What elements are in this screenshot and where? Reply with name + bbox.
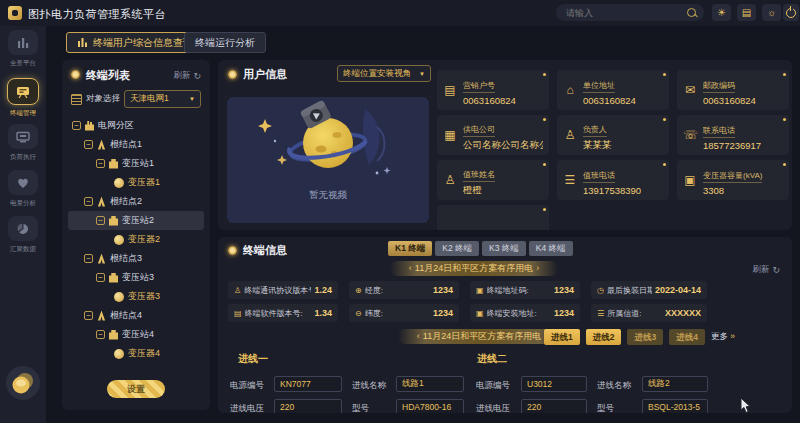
- card-label: 变压器容量(kVA): [703, 170, 762, 183]
- form-label: 电源编号: [230, 380, 264, 392]
- view-select-dropdown[interactable]: 终端位置安装视角 ▼: [337, 65, 431, 82]
- grid-select-dropdown[interactable]: 天津电网1 ▼: [124, 90, 201, 108]
- global-search[interactable]: [556, 4, 704, 21]
- sidebar-item-data[interactable]: 汇聚数据: [0, 216, 46, 254]
- tab-label: 终端运行分析: [195, 36, 255, 50]
- terminal-list-title: 终端列表: [86, 68, 130, 83]
- tree-item-selected[interactable]: −变压站2: [68, 211, 204, 230]
- line3-button[interactable]: 进线3: [627, 329, 663, 345]
- tree-item[interactable]: −变压站4: [68, 325, 204, 344]
- settings-button[interactable]: 设置: [107, 380, 165, 398]
- search-icon[interactable]: [687, 8, 696, 17]
- panel-dot-icon: [71, 70, 80, 79]
- sidebar-item-energy-analysis[interactable]: 电量分析: [0, 170, 46, 208]
- line4-button[interactable]: 进线4: [669, 329, 705, 345]
- card-value: 0063160824: [463, 95, 516, 106]
- install-address-icon: ▣: [476, 309, 484, 318]
- model-input[interactable]: [642, 399, 708, 413]
- sidebar-item-label: 终端管理: [2, 108, 44, 117]
- theme-light-button[interactable]: ☼: [762, 4, 781, 21]
- collapse-icon[interactable]: −: [72, 121, 81, 130]
- field-cell: ▣终端地址码:1234: [470, 281, 580, 299]
- tree-item[interactable]: −根结点3: [68, 249, 204, 268]
- tree-item[interactable]: 变压器4: [68, 344, 204, 363]
- tree-item[interactable]: 变压器1: [68, 173, 204, 192]
- protocol-icon: ♙: [234, 286, 241, 295]
- tree-item[interactable]: −变压站3: [68, 268, 204, 287]
- chevron-down-icon: ▼: [189, 96, 195, 102]
- tree-item[interactable]: 变压器2: [68, 230, 204, 249]
- sidebar-item-execution[interactable]: 负荷执行: [0, 124, 46, 162]
- tree-item-label: 变压器1: [128, 176, 160, 189]
- info-card: ☰值班电话13917538390: [557, 160, 669, 200]
- tree-item[interactable]: −电网分区: [68, 116, 204, 135]
- line2-button[interactable]: 进线2: [586, 329, 622, 345]
- collapse-icon[interactable]: −: [84, 311, 93, 320]
- tab-k1-terminal[interactable]: K1 终端: [388, 241, 432, 256]
- panels-icon: ▤: [742, 7, 751, 18]
- card-label: 供电公司: [463, 124, 495, 137]
- collapse-icon[interactable]: −: [84, 254, 93, 263]
- line-voltage-input[interactable]: [521, 399, 587, 413]
- line1-section-title: 进线一: [238, 352, 268, 366]
- line-name-input[interactable]: [396, 376, 464, 392]
- collapse-icon[interactable]: −: [96, 330, 105, 339]
- field-cell: ♙终端通讯协议版本号1.24: [228, 281, 338, 299]
- panel-switch-button[interactable]: ▤: [737, 4, 756, 21]
- tree-item[interactable]: 变压器3: [68, 287, 204, 306]
- line-name-input[interactable]: [642, 376, 708, 392]
- sidebar-item-label: 汇聚数据: [2, 244, 44, 253]
- tree-item[interactable]: −变压站1: [68, 154, 204, 173]
- tab-run-analysis[interactable]: 终端运行分析: [184, 32, 266, 53]
- collapse-icon[interactable]: −: [96, 159, 105, 168]
- sidebar-item-overview[interactable]: 全景平台: [0, 30, 46, 68]
- line2-section-title: 进线二: [477, 352, 507, 366]
- tree-item[interactable]: −根结点2: [68, 192, 204, 211]
- duty-phone-icon: ☰: [563, 173, 577, 187]
- more-button[interactable]: 更多 »: [711, 331, 735, 343]
- sidebar-item-terminal[interactable]: 终端管理: [0, 78, 46, 118]
- power-source-input[interactable]: [521, 376, 587, 392]
- refresh-icon: ↻: [193, 71, 201, 81]
- collapse-icon[interactable]: −: [96, 216, 105, 225]
- user-info-panel: 用户信息 终端位置安装视角 ▼: [218, 60, 792, 230]
- device-tree: −电网分区 −根结点1 −变压站1 变压器1 −根结点2 −变压站2 变压器2 …: [68, 116, 204, 363]
- field-cell: ☰所属信道:XXXXXX: [591, 304, 707, 322]
- form-label: 进线电压: [230, 403, 264, 413]
- tab-k4-terminal[interactable]: K4 终端: [529, 241, 573, 256]
- terminal-refresh-button[interactable]: 刷新 ↻: [752, 264, 780, 276]
- tree-refresh-button[interactable]: 刷新 ↻: [173, 70, 201, 82]
- search-input[interactable]: [564, 7, 687, 19]
- tab-k2-terminal[interactable]: K2 终端: [435, 241, 479, 256]
- info-card: ✉邮政编码0063160824: [677, 70, 789, 110]
- field-label: 终端安装地址:: [487, 308, 537, 319]
- weather-icon-button[interactable]: ☀: [712, 4, 731, 21]
- line1-button[interactable]: 进线1: [544, 329, 580, 345]
- pie-chart-icon: [8, 216, 38, 241]
- power-button[interactable]: [783, 4, 799, 21]
- field-label: 终端地址码:: [487, 285, 529, 296]
- line-voltage-input[interactable]: [274, 399, 342, 413]
- tree-item-label: 变压站3: [122, 271, 154, 284]
- collapse-icon[interactable]: −: [96, 273, 105, 282]
- info-card: ▦供电公司公司名称公司名称公: [437, 115, 549, 155]
- field-cell: ⊕经度:1234: [349, 281, 459, 299]
- field-value: XXXXXX: [665, 308, 701, 318]
- field-label: 纬度:: [365, 308, 383, 319]
- tree-item[interactable]: −根结点1: [68, 135, 204, 154]
- tab-k3-terminal[interactable]: K3 终端: [482, 241, 526, 256]
- card-value: 公司名称公司名称公: [463, 139, 543, 152]
- collapse-icon[interactable]: −: [84, 197, 93, 206]
- power-source-input[interactable]: [274, 376, 342, 392]
- tree-item[interactable]: −根结点4: [68, 306, 204, 325]
- tower-icon: [97, 140, 106, 150]
- card-label: 邮政编码: [703, 80, 735, 93]
- no-video-text: 暂无视频: [227, 189, 429, 202]
- field-value: 2022-04-14: [655, 285, 701, 295]
- info-card: ♙负责人某某某: [557, 115, 669, 155]
- model-input[interactable]: [396, 399, 464, 413]
- user-avatar[interactable]: [6, 366, 40, 400]
- channel-icon: ☰: [597, 309, 604, 318]
- more-label: 更多: [711, 331, 728, 341]
- collapse-icon[interactable]: −: [84, 140, 93, 149]
